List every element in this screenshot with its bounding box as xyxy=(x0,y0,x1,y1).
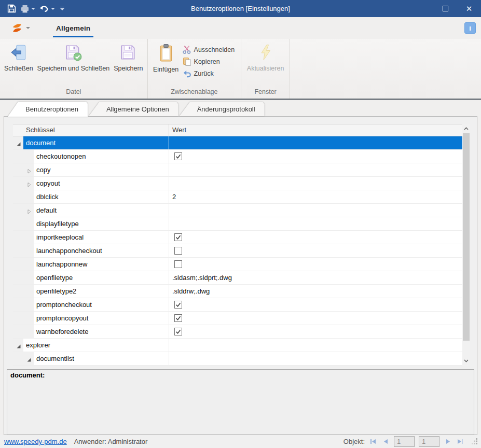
paste-button[interactable]: Einfügen xyxy=(150,41,182,75)
save-icon xyxy=(119,44,137,61)
collapse-icon[interactable] xyxy=(26,356,32,364)
expand-icon[interactable] xyxy=(26,208,32,216)
record-current-input[interactable] xyxy=(394,436,415,447)
column-header-wert[interactable]: Wert xyxy=(169,124,462,136)
scroll-down-icon[interactable] xyxy=(462,357,470,365)
tab-allgemeine-optionen[interactable]: Allgemeine Optionen xyxy=(89,102,178,116)
next-record-icon[interactable] xyxy=(444,438,452,446)
cut-scissors-icon xyxy=(182,45,191,54)
ribbon: Schließen Speichern und Schließen xyxy=(0,39,481,99)
option-key: launchapponnew xyxy=(34,258,169,271)
collapse-icon[interactable] xyxy=(16,141,21,148)
option-value xyxy=(169,231,462,244)
checkbox-checked[interactable] xyxy=(174,328,182,335)
table-row[interactable]: default xyxy=(13,204,462,217)
info-button[interactable]: i xyxy=(464,22,476,34)
record-total-input[interactable] xyxy=(419,436,439,447)
table-row[interactable]: promptoncopyout xyxy=(13,312,462,325)
table-row[interactable]: displayfiletype xyxy=(13,217,462,231)
collapse-icon[interactable] xyxy=(16,343,21,351)
tree-indent xyxy=(13,217,34,230)
undo-icon[interactable] xyxy=(38,4,55,13)
ribbon-tab-allgemein[interactable]: Allgemein xyxy=(54,21,92,35)
customize-toolbar-icon[interactable] xyxy=(60,7,64,11)
expand-icon[interactable] xyxy=(26,167,32,175)
save-button[interactable]: Speichern xyxy=(112,41,145,74)
tab-benutzeroptionen[interactable]: Benutzeroptionen xyxy=(8,102,88,117)
checkbox-checked[interactable] xyxy=(174,301,182,309)
table-row[interactable]: document xyxy=(13,136,462,150)
app-menu-button[interactable] xyxy=(10,22,30,34)
cut-button[interactable]: Ausschneiden xyxy=(182,45,235,54)
refresh-button[interactable]: Aktualisieren xyxy=(245,41,286,74)
checkbox-checked[interactable] xyxy=(174,233,182,241)
table-row[interactable]: importkeeplocal xyxy=(13,231,462,244)
grid-header: Schlüssel Wert xyxy=(13,124,462,136)
close-icon[interactable]: ✕ xyxy=(457,0,481,17)
save-icon[interactable] xyxy=(7,4,17,13)
table-row[interactable]: copy xyxy=(13,163,462,177)
tree-indent xyxy=(13,244,34,257)
table-row[interactable]: explorer xyxy=(13,339,462,352)
option-key: document xyxy=(23,136,169,149)
ribbon-group-datei: Schließen Speichern und Schließen xyxy=(0,39,148,99)
copy-button[interactable]: Kopieren xyxy=(182,57,235,66)
settings-page: Schlüssel Wert documentcheckoutonopencop… xyxy=(4,116,477,435)
paste-clipboard-icon xyxy=(157,44,175,62)
option-key: promptoncheckout xyxy=(34,298,169,311)
resize-grip-icon[interactable] xyxy=(472,438,478,446)
save-and-close-button[interactable]: Speichern und Schließen xyxy=(35,41,112,74)
record-navigator: Objekt: xyxy=(343,436,481,447)
option-key: documentlist xyxy=(34,352,169,365)
checkbox-unchecked[interactable] xyxy=(174,260,182,268)
scroll-up-icon[interactable] xyxy=(462,124,470,133)
close-window-icon xyxy=(10,44,28,61)
close-button[interactable]: Schließen xyxy=(2,41,35,74)
print-icon[interactable] xyxy=(20,4,35,14)
table-row[interactable]: launchapponnew xyxy=(13,258,462,271)
table-row[interactable]: openfiletype2.slddrw;.dwg xyxy=(13,285,462,298)
undo-icon xyxy=(182,69,191,78)
back-button[interactable]: Zurück xyxy=(182,69,235,78)
window-title: Benutzeroptionen [Einstellungen] xyxy=(0,5,481,12)
last-record-icon[interactable] xyxy=(456,438,464,446)
tree-indent xyxy=(13,163,34,176)
grid-body: documentcheckoutonopencopycopyoutdblclic… xyxy=(13,136,462,366)
expand-icon[interactable] xyxy=(26,181,32,189)
object-label: Objekt: xyxy=(343,438,365,445)
option-key: displayfiletype xyxy=(34,217,169,230)
scrollbar-thumb[interactable] xyxy=(463,133,470,341)
column-header-schluessel[interactable]: Schlüssel xyxy=(13,124,169,136)
print-dropdown-icon[interactable] xyxy=(31,8,35,10)
table-row[interactable]: launchapponcheckout xyxy=(13,244,462,258)
first-record-icon[interactable] xyxy=(369,438,377,446)
group-label-fenster: Fenster xyxy=(243,87,287,99)
checkbox-checked[interactable] xyxy=(174,152,182,160)
table-row[interactable]: warnbeforedelete xyxy=(13,325,462,339)
tree-indent xyxy=(13,231,34,244)
previous-record-icon[interactable] xyxy=(381,438,390,446)
option-key: importkeeplocal xyxy=(34,231,169,244)
table-row[interactable]: openfiletype.sldasm;.sldprt;.dwg xyxy=(13,271,462,285)
maximize-icon[interactable] xyxy=(433,0,457,17)
undo-dropdown-icon[interactable] xyxy=(51,8,55,10)
speedy-pdm-link[interactable]: www.speedy-pdm.de xyxy=(4,438,67,445)
speedy-logo-icon xyxy=(10,22,24,34)
vertical-scrollbar[interactable] xyxy=(462,124,470,366)
ribbon-group-zwischenablage: Einfügen Ausschneiden xyxy=(148,39,242,99)
table-row[interactable]: dblclick2 xyxy=(13,190,462,204)
table-row[interactable]: copyout xyxy=(13,177,462,190)
save-close-icon xyxy=(64,44,83,61)
tree-indent xyxy=(13,177,34,190)
table-row[interactable]: checkoutonopen xyxy=(13,150,462,163)
checkbox-checked[interactable] xyxy=(174,314,182,322)
tab-aenderungsprotokoll[interactable]: Änderungsprotokoll xyxy=(180,102,265,116)
table-row[interactable]: documentlist xyxy=(13,352,462,366)
tree-indent xyxy=(13,325,34,338)
tree-indent xyxy=(13,298,34,311)
option-value: .sldasm;.sldprt;.dwg xyxy=(169,271,462,284)
checkbox-unchecked[interactable] xyxy=(174,247,182,255)
option-key: openfiletype xyxy=(34,271,169,284)
option-value: 2 xyxy=(169,190,462,203)
table-row[interactable]: promptoncheckout xyxy=(13,298,462,312)
